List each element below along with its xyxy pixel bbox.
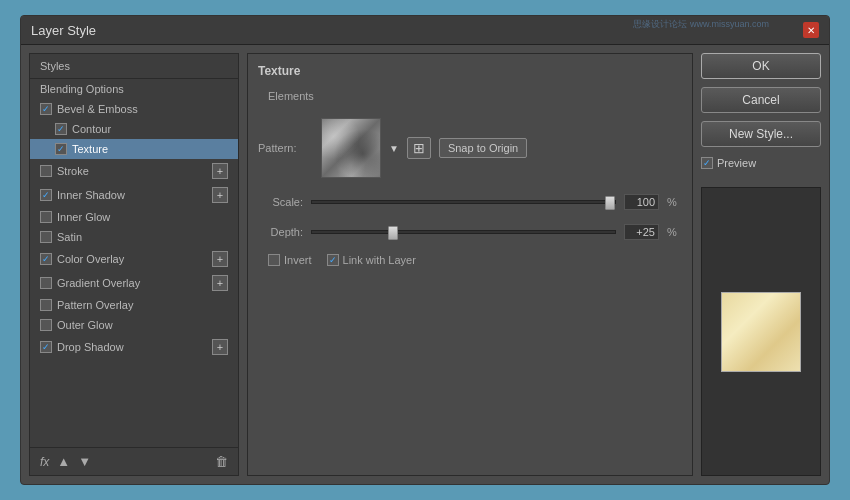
center-panel: Texture Elements Pattern: ▼ ⊞ Snap to Or… — [247, 53, 693, 476]
pattern-preview-inner — [322, 119, 380, 177]
delete-icon[interactable]: 🗑 — [215, 454, 228, 469]
sidebar-item-color-overlay[interactable]: Color Overlay + — [30, 247, 238, 271]
cancel-button[interactable]: Cancel — [701, 87, 821, 113]
stroke-add-button[interactable]: + — [212, 163, 228, 179]
sidebar-item-satin[interactable]: Satin — [30, 227, 238, 247]
new-style-button[interactable]: New Style... — [701, 121, 821, 147]
depth-slider[interactable] — [311, 230, 616, 234]
pattern-dropdown-icon[interactable]: ▼ — [389, 143, 399, 154]
color-overlay-checkbox[interactable] — [40, 253, 52, 265]
drop-shadow-add-button[interactable]: + — [212, 339, 228, 355]
invert-text: Invert — [284, 254, 312, 266]
sidebar-item-inner-glow[interactable]: Inner Glow — [30, 207, 238, 227]
inner-shadow-add-button[interactable]: + — [212, 187, 228, 203]
sidebar-item-blending-options[interactable]: Blending Options — [30, 79, 238, 99]
ok-button[interactable]: OK — [701, 53, 821, 79]
dialog-body: Styles Blending Options Bevel & Emboss C… — [21, 45, 829, 484]
preview-text: Preview — [717, 157, 756, 169]
inner-glow-checkbox[interactable] — [40, 211, 52, 223]
invert-label[interactable]: Invert — [268, 254, 312, 266]
sidebar-item-outer-glow[interactable]: Outer Glow — [30, 315, 238, 335]
blending-options-label: Blending Options — [40, 83, 124, 95]
depth-row: Depth: % — [258, 224, 682, 240]
left-panel: Styles Blending Options Bevel & Emboss C… — [29, 53, 239, 476]
pattern-overlay-label: Pattern Overlay — [57, 299, 133, 311]
color-overlay-add-button[interactable]: + — [212, 251, 228, 267]
preview-area — [701, 187, 821, 476]
pattern-row: Pattern: ▼ ⊞ Snap to Origin — [258, 118, 682, 178]
inner-glow-label: Inner Glow — [57, 211, 110, 223]
gradient-overlay-checkbox[interactable] — [40, 277, 52, 289]
sidebar-item-contour[interactable]: Contour — [30, 119, 238, 139]
options-row: Invert Link with Layer — [258, 254, 682, 266]
texture-label: Texture — [72, 143, 108, 155]
link-with-layer-text: Link with Layer — [343, 254, 416, 266]
depth-unit: % — [667, 226, 682, 238]
scale-unit: % — [667, 196, 682, 208]
color-overlay-label: Color Overlay — [57, 253, 124, 265]
contour-checkbox[interactable] — [55, 123, 67, 135]
preview-label-row: Preview — [701, 157, 821, 169]
dialog-title: Layer Style — [31, 23, 96, 38]
bevel-emboss-label: Bevel & Emboss — [57, 103, 138, 115]
sidebar-item-drop-shadow[interactable]: Drop Shadow + — [30, 335, 238, 359]
left-panel-footer: fx ▲ ▼ 🗑 — [30, 447, 238, 475]
outer-glow-checkbox[interactable] — [40, 319, 52, 331]
snap-to-origin-button[interactable]: Snap to Origin — [439, 138, 527, 158]
depth-label: Depth: — [258, 226, 303, 238]
stroke-checkbox[interactable] — [40, 165, 52, 177]
invert-checkbox[interactable] — [268, 254, 280, 266]
sidebar-item-inner-shadow[interactable]: Inner Shadow + — [30, 183, 238, 207]
close-button[interactable]: ✕ — [803, 22, 819, 38]
outer-glow-label: Outer Glow — [57, 319, 113, 331]
sidebar-item-texture[interactable]: Texture — [30, 139, 238, 159]
bevel-emboss-checkbox[interactable] — [40, 103, 52, 115]
scale-slider[interactable] — [311, 200, 616, 204]
satin-label: Satin — [57, 231, 82, 243]
depth-slider-thumb[interactable] — [388, 226, 398, 240]
preview-image — [721, 292, 801, 372]
sidebar-item-stroke[interactable]: Stroke + — [30, 159, 238, 183]
sidebar-item-bevel-emboss[interactable]: Bevel & Emboss — [30, 99, 238, 119]
fx-icon[interactable]: fx — [40, 455, 49, 469]
preview-checkbox[interactable] — [701, 157, 713, 169]
move-down-icon[interactable]: ▼ — [78, 454, 91, 469]
watermark: 思缘设计论坛 www.missyuan.com — [633, 18, 769, 31]
drop-shadow-checkbox[interactable] — [40, 341, 52, 353]
section-title: Texture — [258, 64, 682, 78]
texture-checkbox[interactable] — [55, 143, 67, 155]
depth-value-input[interactable] — [624, 224, 659, 240]
right-panel: OK Cancel New Style... Preview — [701, 53, 821, 476]
title-bar: Layer Style 思缘设计论坛 www.missyuan.com ✕ — [21, 16, 829, 45]
sidebar-item-pattern-overlay[interactable]: Pattern Overlay — [30, 295, 238, 315]
section-subtitle: Elements — [258, 90, 682, 102]
inner-shadow-checkbox[interactable] — [40, 189, 52, 201]
link-with-layer-label[interactable]: Link with Layer — [327, 254, 416, 266]
contour-label: Contour — [72, 123, 111, 135]
sidebar-item-gradient-overlay[interactable]: Gradient Overlay + — [30, 271, 238, 295]
move-up-icon[interactable]: ▲ — [57, 454, 70, 469]
styles-header: Styles — [30, 54, 238, 79]
inner-shadow-label: Inner Shadow — [57, 189, 125, 201]
scale-slider-thumb[interactable] — [605, 196, 615, 210]
scale-row: Scale: % — [258, 194, 682, 210]
link-with-layer-checkbox[interactable] — [327, 254, 339, 266]
pattern-preview[interactable] — [321, 118, 381, 178]
scale-value-input[interactable] — [624, 194, 659, 210]
stroke-label: Stroke — [57, 165, 89, 177]
pattern-new-icon[interactable]: ⊞ — [407, 137, 431, 159]
pattern-label: Pattern: — [258, 142, 313, 154]
drop-shadow-label: Drop Shadow — [57, 341, 124, 353]
satin-checkbox[interactable] — [40, 231, 52, 243]
pattern-overlay-checkbox[interactable] — [40, 299, 52, 311]
scale-label: Scale: — [258, 196, 303, 208]
gradient-overlay-label: Gradient Overlay — [57, 277, 140, 289]
gradient-overlay-add-button[interactable]: + — [212, 275, 228, 291]
layer-style-dialog: Layer Style 思缘设计论坛 www.missyuan.com ✕ St… — [20, 15, 830, 485]
